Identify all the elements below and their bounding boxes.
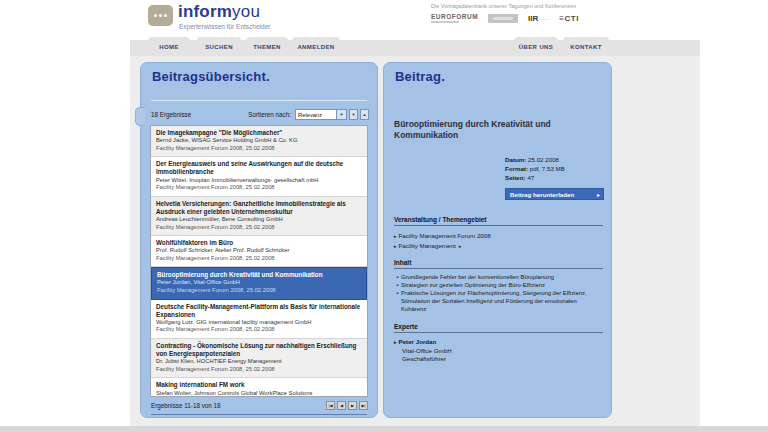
- item-title: Contracting - Ökonomische Lösung zur nac…: [156, 342, 362, 358]
- inhalt-bullet: •Strategien zur gezielten Optimierung de…: [394, 282, 603, 290]
- results-panel-title: Beitragsübersicht.: [152, 69, 270, 84]
- item-title: Helvetia Versicherungen: Ganzheitliche I…: [156, 200, 362, 216]
- item-author: Wolfgang Lutz, GIG international facilit…: [156, 319, 362, 327]
- detail-panel-title: Beitrag.: [395, 69, 445, 84]
- item-title: Wohlfühlfaktoren im Büro: [156, 239, 362, 247]
- item-event: Facility Management Forum 2008, 25.02.20…: [156, 366, 362, 374]
- item-author: Peter Wittel, Imoplan Immobilienverwaltu…: [156, 177, 362, 185]
- item-event: Facility Management Forum 2008, 25.02.20…: [156, 326, 362, 334]
- item-event: Facility Management Forum 2008, 25.02.20…: [156, 224, 362, 232]
- partners-caption: Die Vortragsdatenbank unserer Tagungen u…: [431, 3, 576, 9]
- section-heading: Experte: [394, 323, 603, 333]
- page: informyou Expertenwissen für Entscheider…: [0, 0, 768, 432]
- partner-box-text: [493, 17, 513, 20]
- sort-descending-button[interactable]: ▼: [349, 109, 358, 120]
- sort-label: Sortieren nach:: [248, 111, 291, 118]
- results-count: 18 Ergebnisse: [151, 111, 191, 118]
- brand-light: you: [232, 2, 260, 21]
- bottom-strip: [0, 426, 768, 432]
- expert-link[interactable]: ▸Peter Jordan: [394, 338, 603, 347]
- nav-tab-kontakt[interactable]: KONTAKT: [563, 37, 609, 56]
- meta-seiten: Seiten: 47: [505, 174, 565, 183]
- brand-tagline: Expertenwissen für Entscheider: [179, 23, 270, 30]
- results-list: Die Imagekampagne "Die Möglichmacher" Be…: [150, 125, 368, 397]
- item-author: Stefan Wolter, Johnson Controls Global W…: [156, 390, 362, 398]
- divider: [151, 100, 367, 101]
- meta-datum: Datum: 25.02.2008: [505, 156, 565, 165]
- nav-tab-suchen[interactable]: SUCHEN: [197, 37, 241, 56]
- footer-line: [151, 414, 367, 415]
- pagination-summary: Ergebnisse 11-18 von 18: [151, 402, 221, 409]
- euroforum-sub-line: [431, 21, 459, 23]
- arrow-icon: ▸: [394, 243, 397, 249]
- item-author: Bernd Jacke, WISAG Service Holding GmbH …: [156, 137, 362, 145]
- partner-logo-box[interactable]: [488, 14, 518, 23]
- download-arrow-icon: ▸: [597, 191, 603, 198]
- list-item[interactable]: Der Energieausweis und seine Auswirkunge…: [151, 157, 367, 196]
- topic-link[interactable]: ▸Facility Management ▸: [394, 241, 603, 251]
- cti-logo[interactable]: ≡CTI: [559, 14, 579, 23]
- list-item-selected[interactable]: Bürooptimierung durch Kreativität und Ko…: [151, 267, 367, 299]
- section-heading: Inhalt: [394, 259, 603, 269]
- item-title: Der Energieausweis und seine Auswirkunge…: [156, 160, 362, 176]
- inhalt-bullet: •Praktische Lösungen zur Flächenoptimier…: [394, 290, 603, 314]
- item-author: Prof. Rudolf Schricker, Atelier Prof. Ru…: [156, 247, 362, 255]
- sort-select-dropdown-icon[interactable]: ▼: [336, 110, 346, 119]
- pagination: |◀ ◀ ▶ ▶|: [326, 401, 368, 410]
- item-author: Peter Jordan, Vital-Office GmbH: [157, 279, 361, 287]
- informyou-logo-icon[interactable]: [148, 5, 173, 26]
- item-author: Andreas Leuchtenmüller, Bene Consulting …: [156, 216, 362, 224]
- download-button-label: Beitrag herunterladen: [506, 191, 597, 198]
- inhalt-bullet: •Grundlegende Fehler bei der konventione…: [394, 274, 603, 282]
- nav-tab-ueber-uns[interactable]: ÜBER UNS: [514, 37, 558, 56]
- event-link[interactable]: ▸Facility Management Forum 2008: [394, 231, 603, 241]
- pagination-next-button[interactable]: ▶: [348, 401, 357, 410]
- arrow-icon: ▸: [459, 243, 462, 249]
- item-event: Facility Management Forum 2008, 25.02.20…: [156, 145, 362, 153]
- item-event: Facility Management Forum 2008, 25.02.20…: [156, 184, 362, 192]
- section-inhalt: Inhalt •Grundlegende Fehler bei der konv…: [394, 259, 603, 314]
- expert-company: Vital-Office GmbH: [394, 347, 603, 356]
- panel-collapse-handle[interactable]: [135, 107, 145, 126]
- detail-panel: Beitrag. Bürooptimierung durch Kreativit…: [383, 62, 612, 418]
- iir-sub-text: ······: [538, 16, 549, 22]
- brand-title[interactable]: informyou: [178, 2, 260, 22]
- item-title: Bürooptimierung durch Kreativität und Ko…: [157, 271, 361, 279]
- brand-bold: inform: [178, 2, 232, 21]
- nav-tab-anmelden[interactable]: ANMELDEN: [292, 37, 340, 56]
- list-item[interactable]: Making international FM work Stefan Wolt…: [151, 378, 367, 397]
- item-title: Die Imagekampagne "Die Möglichmacher": [156, 129, 362, 137]
- item-author: Dr. Jobst Klien, HOCHTIEF Energy Managem…: [156, 358, 362, 366]
- list-item[interactable]: Die Imagekampagne "Die Möglichmacher" Be…: [151, 126, 367, 157]
- item-title: Making international FM work: [156, 381, 362, 389]
- list-item[interactable]: Helvetia Versicherungen: Ganzheitliche I…: [151, 197, 367, 236]
- list-item[interactable]: Deutsche Facility-Management-Plattform a…: [151, 300, 367, 339]
- partner-logos: EUROFORUM IIR······ ≡CTI: [431, 13, 579, 23]
- meta-format: Format: pdf, 7,53 MB: [505, 165, 565, 174]
- iir-logo[interactable]: IIR······: [528, 14, 549, 23]
- arrow-icon: ▸: [394, 339, 397, 345]
- section-heading: Veranstaltung / Themengebiet: [394, 216, 603, 226]
- bullet-icon: •: [394, 274, 401, 282]
- list-item[interactable]: Wohlfühlfaktoren im Büro Prof. Rudolf Sc…: [151, 236, 367, 267]
- article-title: Bürooptimierung durch Kreativität und Ko…: [394, 119, 579, 141]
- bullet-icon: •: [394, 290, 401, 314]
- list-item[interactable]: Contracting - Ökonomische Lösung zur nac…: [151, 339, 367, 378]
- pagination-first-button[interactable]: |◀: [326, 401, 335, 410]
- pagination-prev-button[interactable]: ◀: [337, 401, 346, 410]
- nav-tab-home[interactable]: HOME: [148, 37, 190, 56]
- article-meta: Datum: 25.02.2008 Format: pdf, 7,53 MB S…: [505, 156, 565, 183]
- nav-tab-themen[interactable]: THEMEN: [246, 37, 288, 56]
- bullet-icon: •: [394, 282, 401, 290]
- item-event: Facility Management Forum 2008, 25.02.20…: [157, 287, 361, 295]
- section-experte: Experte ▸Peter Jordan Vital-Office GmbH …: [394, 323, 603, 364]
- euroforum-logo[interactable]: EUROFORUM: [431, 13, 478, 23]
- results-panel: Beitragsübersicht. 18 Ergebnisse Sortier…: [140, 62, 378, 418]
- download-button[interactable]: Beitrag herunterladen ▸: [505, 188, 604, 200]
- sort-select[interactable]: Relevanz ▼: [295, 109, 347, 120]
- sort-ascending-button[interactable]: ▲: [360, 109, 369, 120]
- item-title: Deutsche Facility-Management-Plattform a…: [156, 303, 362, 319]
- sort-select-value: Relevanz: [296, 112, 336, 118]
- expert-role: Geschäftsführer: [394, 355, 603, 364]
- pagination-last-button[interactable]: ▶|: [359, 401, 368, 410]
